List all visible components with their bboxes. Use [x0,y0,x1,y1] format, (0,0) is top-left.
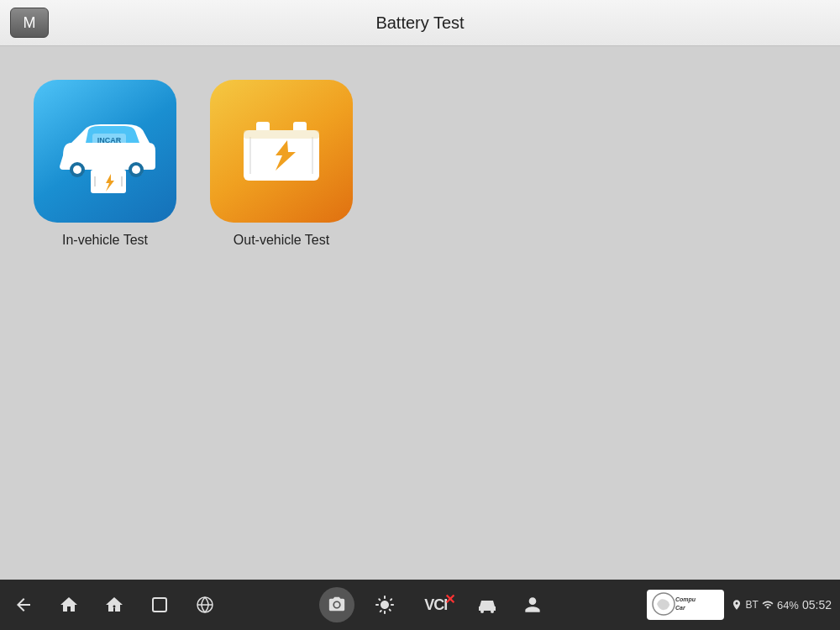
time-display: 05:52 [802,598,832,612]
home-button[interactable]: M [10,8,49,38]
invehicle-test-item[interactable]: INCAR [34,80,176,248]
status-icons: BT 64% 05:52 [731,598,832,612]
svg-rect-17 [153,598,166,612]
home-button-label: M [24,14,36,32]
svg-text:INCAR: INCAR [97,136,122,144]
outvehicle-test-label: Out-vehicle Test [234,233,329,248]
location-icon [731,599,743,611]
taskbar-right: Compu Car BT 64% 05:52 [647,590,832,620]
taskbar-center: VCI ✕ [319,587,548,622]
vci-taskbar-button[interactable]: VCI ✕ [415,590,457,620]
svg-text:Car: Car [675,605,686,611]
person-taskbar-button[interactable] [517,590,548,620]
svg-point-20 [480,610,484,613]
camera-taskbar-button[interactable] [319,587,354,622]
header: M Battery Test [0,0,840,46]
square-taskbar-button[interactable] [144,590,175,620]
home-taskbar-button[interactable] [54,590,84,620]
svg-rect-8 [113,165,119,171]
wifi-icon [762,599,774,611]
taskbar: VCI ✕ Compu Car BT 64% 05:5 [0,580,840,630]
svg-point-5 [132,165,140,174]
vci-x-icon: ✕ [444,591,455,607]
logo-box: Compu Car [647,590,724,620]
svg-point-3 [73,165,81,174]
page-title: Battery Test [375,13,464,33]
back-button[interactable] [8,590,39,620]
svg-text:Compu: Compu [675,596,696,603]
bt-label: BT [746,599,759,611]
battery-percent: 64% [777,599,799,612]
svg-rect-16 [244,130,319,139]
globe-taskbar-button[interactable] [190,590,220,620]
outvehicle-test-item[interactable]: Out-vehicle Test [210,80,353,248]
outvehicle-test-icon[interactable] [210,80,353,223]
main-content: INCAR [0,46,840,580]
invehicle-test-icon[interactable]: INCAR [34,80,176,223]
house2-taskbar-button[interactable] [99,590,129,620]
taskbar-left [8,590,220,620]
svg-point-21 [491,610,494,613]
car-taskbar-button[interactable] [472,590,502,620]
brightness-taskbar-button[interactable] [370,590,400,620]
invehicle-test-label: In-vehicle Test [62,233,148,248]
svg-rect-7 [97,165,103,171]
logo-text: Compu Car [652,592,719,617]
